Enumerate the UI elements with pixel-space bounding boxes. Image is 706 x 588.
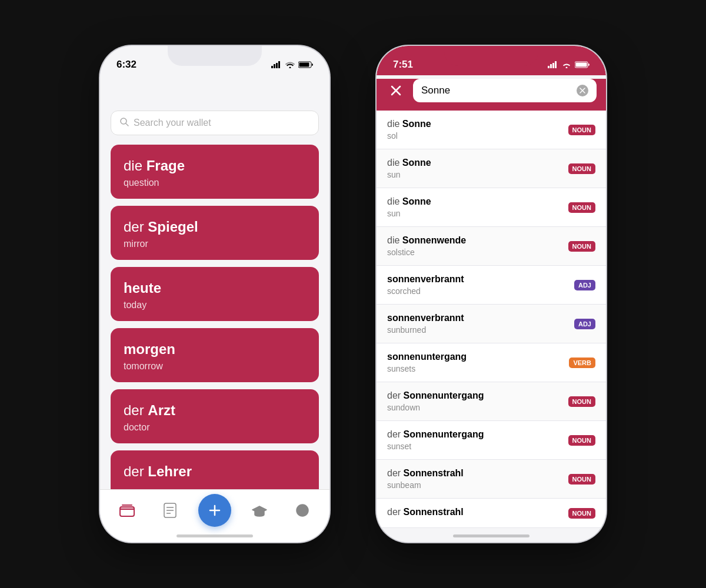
- result-item[interactable]: der Sonnenstrahl sunbeam NOUN: [377, 460, 606, 499]
- svg-rect-1: [274, 64, 275, 68]
- close-icon: [391, 85, 401, 96]
- result-item[interactable]: der Sonnenstrahl NOUN: [377, 499, 606, 528]
- card-translation: today: [124, 300, 306, 310]
- result-german: die Sonnenwende: [387, 235, 568, 246]
- result-word: Sonne: [402, 119, 431, 129]
- info-icon: [296, 504, 309, 517]
- svg-line-7: [126, 123, 128, 126]
- nav-study[interactable]: [245, 496, 274, 524]
- svg-rect-2: [276, 63, 278, 68]
- nav-info[interactable]: [288, 496, 317, 524]
- notch: [168, 46, 262, 66]
- card-german: die Frage: [124, 158, 306, 174]
- wifi-icon: [285, 61, 295, 68]
- home-indicator2: [453, 534, 530, 537]
- result-translation: solstice: [387, 248, 568, 257]
- result-item[interactable]: sonnenuntergang sunsets VERB: [377, 343, 606, 382]
- result-translation: scorched: [387, 286, 574, 296]
- signal-icon: [271, 61, 282, 68]
- nav-wallet[interactable]: [113, 496, 141, 524]
- plus-icon: [208, 503, 222, 517]
- word-card[interactable]: die Frage question: [111, 145, 319, 199]
- search-input-text: Sonne: [421, 85, 450, 96]
- result-item[interactable]: die Sonne sun NOUN: [377, 188, 606, 227]
- card-german: der Arzt: [124, 402, 306, 419]
- result-word: Sonnenwende: [402, 235, 466, 245]
- word-card[interactable]: der Spiegel mirror: [111, 206, 319, 260]
- result-german: der Sonnenuntergang: [387, 390, 568, 401]
- svg-point-19: [302, 507, 303, 509]
- result-item[interactable]: sonnenverbrannt sunburned ADJ: [377, 305, 606, 343]
- phone1-status-icons: [271, 61, 313, 68]
- svg-rect-3: [278, 61, 280, 68]
- result-item[interactable]: der Sonnenuntergang sunset NOUN: [377, 421, 606, 460]
- result-tag: NOUN: [568, 241, 595, 252]
- result-word: Sonnenuntergang: [404, 390, 484, 400]
- result-item[interactable]: der Sonnenuntergang sundown NOUN: [377, 382, 606, 421]
- search-results-list: die Sonne sol NOUN die Sonne sun NOUN di…: [377, 111, 606, 542]
- home-indicator: [176, 534, 253, 537]
- result-translation: sunburned: [387, 325, 574, 335]
- result-left: die Sonnenwende solstice: [387, 235, 568, 257]
- nav-notes[interactable]: [156, 496, 184, 524]
- card-translation: doctor: [124, 422, 306, 433]
- signal-icon2: [548, 61, 558, 68]
- battery-icon: [298, 61, 313, 68]
- phones-container: 6:32: [76, 22, 630, 566]
- phone2-status-icons: [548, 61, 590, 68]
- result-tag: ADJ: [574, 280, 595, 290]
- result-word: Sonnenuntergang: [404, 429, 484, 439]
- word-card[interactable]: heute today: [111, 267, 319, 321]
- result-left: sonnenuntergang sunsets: [387, 352, 569, 373]
- result-word: Sonne: [402, 196, 431, 206]
- result-left: die Sonne sun: [387, 158, 568, 179]
- search-bar[interactable]: Search your wallet: [111, 111, 319, 135]
- word-card[interactable]: der Lehrer: [111, 450, 319, 494]
- result-word: Sonnenstrahl: [404, 507, 464, 517]
- card-german: heute: [124, 280, 306, 296]
- result-german: sonnenuntergang: [387, 352, 569, 362]
- svg-rect-22: [552, 63, 554, 68]
- result-translation: sunbeam: [387, 480, 568, 490]
- result-item[interactable]: die Sonne sun NOUN: [377, 149, 606, 188]
- svg-rect-0: [271, 66, 273, 68]
- notes-icon: [164, 503, 176, 518]
- phone2-time: 7:51: [393, 59, 413, 71]
- svg-rect-23: [555, 61, 557, 68]
- result-german: der Sonnenstrahl: [387, 507, 568, 517]
- result-word: sonnenverbrannt: [387, 313, 464, 323]
- phone1-time: 6:32: [116, 59, 136, 71]
- result-translation: sun: [387, 170, 568, 179]
- clear-search-button[interactable]: [577, 85, 588, 96]
- result-german: die Sonne: [387, 119, 568, 129]
- result-left: sonnenverbrannt sunburned: [387, 313, 574, 335]
- result-tag: NOUN: [568, 474, 595, 485]
- search-icon-svg: [119, 117, 129, 126]
- word-card[interactable]: morgen tomorrow: [111, 328, 319, 382]
- card-german: der Lehrer: [124, 463, 306, 480]
- phone2-search-header: Sonne: [377, 79, 606, 111]
- svg-rect-5: [299, 63, 309, 67]
- result-item[interactable]: die Sonne sol NOUN: [377, 111, 606, 149]
- result-tag: NOUN: [568, 163, 595, 174]
- wallet-icon: [119, 504, 135, 517]
- word-cards-list: die Frage question der Spiegel mirror he…: [111, 145, 319, 494]
- phone-wallet: 6:32: [100, 46, 329, 542]
- result-translation: sunsets: [387, 364, 569, 373]
- search-input-active[interactable]: Sonne: [413, 79, 597, 102]
- result-left: die Sonne sol: [387, 119, 568, 141]
- result-item[interactable]: sonnenverbrannt scorched ADJ: [377, 266, 606, 305]
- result-german: der Sonnenstrahl: [387, 468, 568, 479]
- result-item[interactable]: die Sonnenwende solstice NOUN: [377, 227, 606, 266]
- close-search-button[interactable]: [386, 81, 406, 101]
- phone1-screen: 6:32: [100, 46, 329, 542]
- clear-icon: [580, 88, 585, 93]
- result-german: sonnenverbrannt: [387, 274, 574, 285]
- result-german: der Sonnenuntergang: [387, 429, 568, 440]
- result-tag: NOUN: [568, 125, 595, 135]
- card-translation: question: [124, 178, 306, 188]
- result-tag: VERB: [569, 358, 595, 368]
- nav-add-button[interactable]: [198, 494, 231, 527]
- word-card[interactable]: der Arzt doctor: [111, 389, 319, 443]
- result-left: der Sonnenstrahl: [387, 507, 568, 519]
